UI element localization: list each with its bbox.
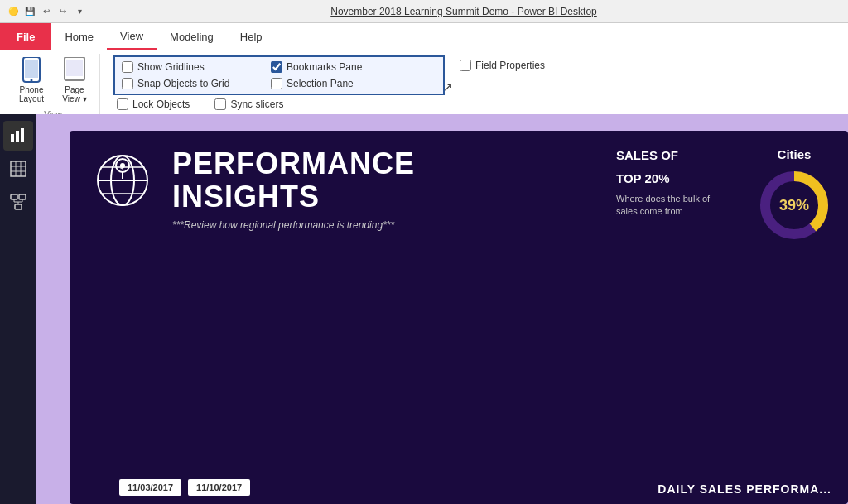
show-gridlines-row[interactable]: Show Gridlines (122, 60, 271, 74)
outer-options: Field Properties (453, 55, 552, 95)
performance-title-line1: PERFORMANCE (172, 147, 415, 180)
phone-icon (18, 57, 45, 84)
svg-rect-13 (11, 194, 17, 199)
main-area: $ PERFORMANCE INSIGHTS ***Review how reg… (0, 114, 848, 504)
donut-value: 39% (779, 197, 809, 214)
bookmarks-pane-label: Bookmarks Pane (287, 61, 362, 73)
svg-rect-8 (11, 161, 26, 176)
sidebar-item-model[interactable] (3, 187, 33, 217)
canvas-area: $ PERFORMANCE INSIGHTS ***Review how reg… (36, 114, 848, 504)
tab-view[interactable]: View (107, 23, 157, 50)
tab-home[interactable]: Home (51, 23, 107, 50)
cursor-indicator: ↗ (443, 80, 453, 94)
sidebar (0, 114, 36, 504)
date-badges: 11/03/2017 11/10/2017 (119, 479, 250, 496)
empty-row (460, 74, 545, 93)
tab-file[interactable]: File (0, 23, 51, 50)
show-gridlines-label: Show Gridlines (137, 61, 205, 73)
sync-slicers-row[interactable]: Sync slicers (214, 97, 283, 112)
snap-objects-row[interactable]: Snap Objects to Grid (122, 76, 271, 91)
performance-title-area: PERFORMANCE INSIGHTS ***Review how regio… (172, 147, 415, 231)
sales-top-title: SALES OF (616, 147, 716, 164)
globe-icon: $ (89, 147, 156, 214)
svg-rect-1 (25, 60, 38, 78)
sidebar-item-barchart[interactable] (3, 121, 33, 151)
svg-point-2 (31, 79, 33, 82)
undo-icon[interactable]: ↩ (40, 5, 53, 18)
report-subtitle: ***Review how regional performance is tr… (172, 219, 415, 231)
sync-slicers-checkbox[interactable] (214, 98, 226, 110)
bookmarks-pane-row[interactable]: Bookmarks Pane (271, 60, 436, 74)
bookmarks-pane-checkbox[interactable] (271, 61, 282, 73)
field-properties-label: Field Properties (475, 60, 545, 71)
highlighted-options: Show Gridlines Bookmarks Pane Snap Objec… (113, 55, 445, 95)
page-view-sublabel: View ▾ (62, 94, 86, 103)
svg-rect-7 (21, 128, 24, 142)
tab-help[interactable]: Help (227, 23, 276, 50)
lock-objects-checkbox[interactable] (117, 98, 128, 110)
date-badge-2: 11/10/2017 (188, 479, 250, 496)
power-bi-icon: 🟡 (7, 5, 20, 18)
svg-rect-6 (16, 131, 19, 142)
lock-objects-row[interactable]: Lock Objects (117, 97, 190, 112)
phone-layout-label: Phone (20, 85, 44, 94)
svg-rect-4 (66, 60, 83, 76)
svg-rect-15 (15, 204, 22, 209)
field-properties-checkbox[interactable] (460, 60, 471, 71)
page-view-button[interactable]: Page View ▾ (56, 54, 93, 107)
tab-row: File Home View Modeling Help (0, 23, 848, 50)
donut-chart: 39% (757, 168, 831, 242)
title-bar-icons: 🟡 💾 ↩ ↪ ▾ (7, 5, 86, 18)
field-properties-row[interactable]: Field Properties (460, 58, 545, 73)
view-icons: Phone Layout Page View ▾ (13, 54, 93, 107)
sales-where-text: Where does the bulk of sales come from (616, 193, 716, 218)
svg-rect-5 (11, 134, 14, 142)
date-badge-1: 11/03/2017 (119, 479, 181, 496)
sidebar-item-table[interactable] (3, 154, 33, 184)
ribbon: File Home View Modeling Help Phone (0, 23, 848, 114)
svg-text:$: $ (120, 163, 124, 170)
svg-rect-14 (19, 194, 26, 199)
snap-objects-checkbox[interactable] (122, 78, 133, 89)
cities-title: Cities (757, 147, 831, 161)
report-card: $ PERFORMANCE INSIGHTS ***Review how reg… (70, 131, 848, 504)
window-title: November 2018 Learning Summit Demo - Pow… (86, 6, 841, 17)
phone-layout-button[interactable]: Phone Layout (13, 54, 50, 107)
page-view-label: Page (65, 85, 84, 94)
lock-objects-label: Lock Objects (132, 98, 190, 110)
save-icon[interactable]: 💾 (23, 5, 36, 18)
dropdown-icon[interactable]: ▾ (73, 5, 86, 18)
performance-title-line2: INSIGHTS (172, 180, 415, 214)
daily-sales-label: DAILY SALES PERFORMA... (658, 482, 831, 496)
selection-pane-label: Selection Pane (287, 78, 354, 89)
phone-layout-sublabel: Layout (19, 94, 44, 103)
selection-pane-row[interactable]: Selection Pane (271, 76, 436, 91)
snap-objects-label: Snap Objects to Grid (137, 78, 229, 89)
stats-section: SALES OF TOP 20% Where does the bulk of … (616, 147, 716, 218)
title-bar: 🟡 💾 ↩ ↪ ▾ November 2018 Learning Summit … (0, 0, 848, 23)
tab-modeling[interactable]: Modeling (157, 23, 227, 50)
report-header: $ PERFORMANCE INSIGHTS ***Review how reg… (89, 147, 828, 231)
view-section: Phone Layout Page View ▾ View (7, 54, 100, 119)
cities-section: Cities 39% (757, 147, 831, 242)
show-gridlines-checkbox[interactable] (122, 61, 133, 73)
sales-top-subtitle: TOP 20% (616, 170, 716, 187)
sync-slicers-label: Sync slicers (230, 98, 283, 110)
page-icon (61, 57, 88, 84)
redo-icon[interactable]: ↪ (56, 5, 70, 18)
selection-pane-checkbox[interactable] (271, 78, 282, 89)
